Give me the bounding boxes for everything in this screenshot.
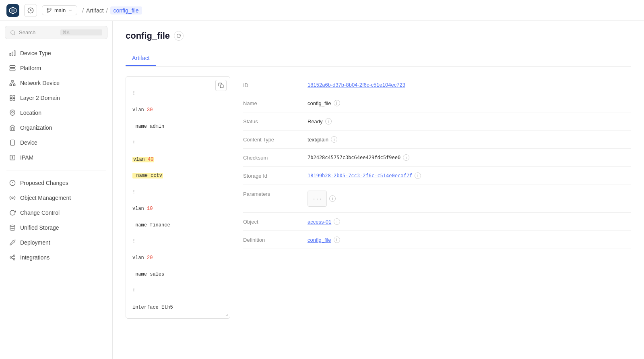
content-type-info-icon[interactable]: i bbox=[331, 136, 337, 143]
tab-artifact[interactable]: Artifact bbox=[126, 51, 156, 66]
prop-label-content-type: Content Type bbox=[243, 136, 308, 143]
sidebar-item-ipam[interactable]: IPAM bbox=[2, 150, 110, 165]
svg-line-40 bbox=[12, 256, 14, 257]
chevron-down-icon bbox=[68, 8, 73, 13]
prop-row-storage-id: Storage Id 18199b28-2b05-7cc3-2f6c-c514e… bbox=[243, 167, 631, 185]
history-icon[interactable] bbox=[24, 4, 37, 17]
bar-chart-icon bbox=[9, 50, 16, 57]
sidebar-item-network-device[interactable]: Network Device bbox=[2, 76, 110, 90]
branch-selector[interactable]: main bbox=[42, 5, 77, 15]
search-icon bbox=[10, 30, 16, 35]
prop-label-object: Object bbox=[243, 218, 308, 225]
prop-value-id: 18152a6b-d37b-8b04-2f6c-c51e104ec723 bbox=[308, 82, 631, 88]
sidebar-item-device-type[interactable]: Device Type bbox=[2, 46, 110, 60]
code-line: ! bbox=[132, 89, 223, 98]
prop-row-parameters: Parameters ··· i bbox=[243, 185, 631, 213]
code-line: ! bbox=[132, 287, 223, 295]
prop-label-id: ID bbox=[243, 82, 308, 88]
definition-link[interactable]: config_file bbox=[308, 237, 331, 243]
code-line: interface Eth5 bbox=[132, 303, 223, 311]
sidebar-label-device: Device bbox=[20, 139, 37, 146]
svg-line-8 bbox=[14, 33, 15, 35]
checksum-value: 7b2428c45757c3bc64ee429fdc5f9ee0 bbox=[308, 155, 400, 160]
prop-label-storage-id: Storage Id bbox=[243, 172, 308, 179]
sidebar-item-object-management[interactable]: Object Management bbox=[2, 191, 110, 205]
prop-value-name: config_file i bbox=[308, 100, 631, 106]
prop-row-object: Object access-01 i bbox=[243, 213, 631, 231]
sidebar-item-organization[interactable]: Organization bbox=[2, 120, 110, 135]
copy-button[interactable] bbox=[215, 80, 227, 91]
sidebar-item-platform[interactable]: Platform bbox=[2, 61, 110, 75]
prop-row-definition: Definition config_file i bbox=[243, 231, 631, 249]
breadcrumb-parent[interactable]: Artifact bbox=[86, 7, 104, 14]
network-icon bbox=[9, 79, 16, 87]
breadcrumb: / Artifact / config_file bbox=[82, 6, 142, 15]
search-input[interactable]: Search ⌘K bbox=[5, 26, 107, 39]
properties-panel: ID 18152a6b-d37b-8b04-2f6c-c51e104ec723 … bbox=[243, 76, 631, 319]
svg-rect-10 bbox=[12, 52, 13, 56]
ipam-icon bbox=[9, 154, 16, 161]
definition-info-icon[interactable]: i bbox=[334, 237, 340, 243]
server-icon bbox=[9, 64, 16, 72]
code-line: ! bbox=[132, 188, 223, 196]
device-icon bbox=[9, 139, 16, 146]
sidebar-item-integrations[interactable]: Integrations bbox=[2, 250, 110, 265]
svg-point-7 bbox=[11, 30, 14, 34]
prop-value-status: Ready i bbox=[308, 118, 631, 125]
code-line: vlan 10 bbox=[132, 205, 223, 213]
sidebar-item-change-control[interactable]: Change Control bbox=[2, 205, 110, 220]
object-link[interactable]: access-01 bbox=[308, 219, 331, 225]
proposed-icon bbox=[9, 179, 16, 187]
sidebar-label-integrations: Integrations bbox=[20, 254, 50, 261]
prop-value-definition: config_file i bbox=[308, 237, 631, 243]
storage-icon bbox=[9, 224, 16, 231]
sidebar-label-unified-storage: Unified Storage bbox=[20, 224, 59, 231]
rocket-icon bbox=[9, 239, 16, 246]
branch-name: main bbox=[54, 7, 66, 13]
sidebar-item-layer2-domain[interactable]: Layer 2 Domain bbox=[2, 91, 110, 105]
prop-row-name: Name config_file i bbox=[243, 94, 631, 112]
storage-id-link[interactable]: 18199b28-2b05-7cc3-2f6c-c514e0ecaf7f bbox=[308, 173, 412, 178]
sidebar-label-deployment: Deployment bbox=[20, 239, 50, 246]
prop-label-status: Status bbox=[243, 118, 308, 125]
status-info-icon[interactable]: i bbox=[325, 118, 332, 125]
svg-point-27 bbox=[12, 112, 13, 113]
svg-rect-9 bbox=[14, 51, 15, 56]
code-line: name cctv bbox=[132, 172, 223, 180]
svg-rect-25 bbox=[10, 98, 12, 100]
sidebar-item-unified-storage[interactable]: Unified Storage bbox=[2, 220, 110, 235]
content-type-value: text/plain bbox=[308, 137, 328, 143]
sidebar-label-proposed-changes: Proposed Changes bbox=[20, 180, 68, 186]
prop-value-checksum: 7b2428c45757c3bc64ee429fdc5f9ee0 i bbox=[308, 154, 631, 161]
object-info-icon[interactable]: i bbox=[334, 218, 340, 225]
svg-point-37 bbox=[10, 257, 12, 258]
sidebar-item-proposed-changes[interactable]: Proposed Changes bbox=[2, 176, 110, 190]
tab-bar: Artifact bbox=[126, 51, 631, 66]
code-panel: ! vlan 30 name admin ! vlan 40 name cctv… bbox=[126, 76, 230, 319]
sidebar-item-device[interactable]: Device bbox=[2, 135, 110, 150]
app-logo[interactable] bbox=[6, 4, 19, 17]
main-layout: Search ⌘K Device Type Platform bbox=[0, 21, 644, 359]
checksum-info-icon[interactable]: i bbox=[403, 154, 409, 161]
refresh-button[interactable] bbox=[174, 31, 184, 41]
breadcrumb-sep2: / bbox=[106, 7, 108, 14]
svg-rect-23 bbox=[10, 95, 12, 98]
grid-icon bbox=[9, 94, 16, 102]
content-area: config_file Artifact ! vlan 30 name admi… bbox=[113, 21, 644, 359]
svg-point-35 bbox=[10, 225, 15, 226]
sidebar-item-deployment[interactable]: Deployment bbox=[2, 235, 110, 250]
object-icon bbox=[9, 194, 16, 201]
params-info-icon[interactable]: i bbox=[329, 195, 336, 202]
name-info-icon[interactable]: i bbox=[334, 100, 340, 106]
storage-id-info-icon[interactable]: i bbox=[415, 172, 421, 179]
svg-rect-24 bbox=[13, 95, 15, 98]
params-preview[interactable]: ··· bbox=[308, 191, 327, 207]
svg-rect-16 bbox=[14, 84, 15, 86]
split-view: ! vlan 30 name admin ! vlan 40 name cctv… bbox=[126, 76, 631, 319]
change-icon bbox=[9, 209, 16, 216]
resize-handle[interactable]: ⌟ bbox=[225, 310, 228, 317]
sidebar-item-location[interactable]: Location bbox=[2, 106, 110, 120]
sidebar-label-layer2-domain: Layer 2 Domain bbox=[20, 95, 60, 101]
breadcrumb-sep1: / bbox=[82, 7, 84, 14]
id-link[interactable]: 18152a6b-d37b-8b04-2f6c-c51e104ec723 bbox=[308, 82, 405, 88]
